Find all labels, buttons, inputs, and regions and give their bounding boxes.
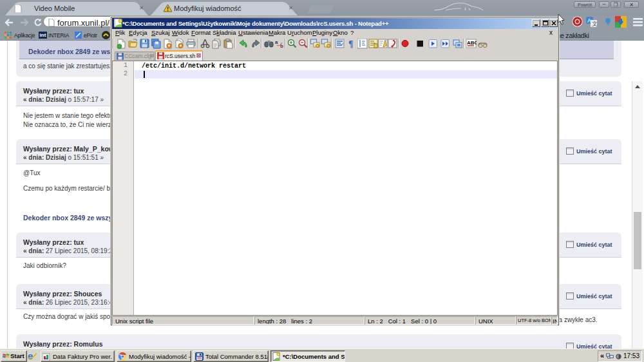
svg-text:ABC: ABC [467, 40, 477, 46]
svg-text:e: e [28, 351, 33, 361]
svg-text:a: a [275, 39, 278, 45]
svg-text:¶: ¶ [348, 39, 354, 49]
svg-text:b: b [280, 43, 283, 49]
svg-text:文: 文 [592, 21, 597, 27]
